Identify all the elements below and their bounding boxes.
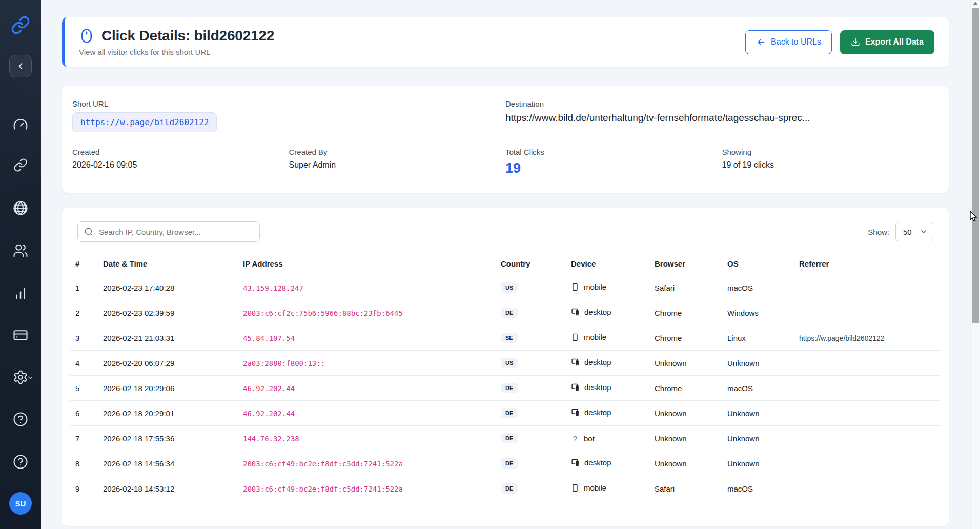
- show-select[interactable]: 50: [895, 222, 933, 241]
- credit-card-icon: [13, 328, 28, 343]
- cell-referrer: [794, 451, 941, 476]
- country-badge: DE: [501, 483, 518, 494]
- cell-os: Unknown: [722, 451, 794, 476]
- search-icon: [84, 227, 93, 236]
- page-header-card: Click Details: bild2602122 View all visi…: [62, 17, 949, 67]
- destination-value: https://www.bild.de/unterhaltung/tv-fern…: [505, 112, 938, 124]
- cell-referrer: [794, 401, 941, 426]
- row-number: 2: [70, 300, 98, 325]
- cell-ip: 43.159.128.247: [238, 275, 496, 300]
- cell-country: US: [496, 275, 566, 300]
- sidebar-collapse-button[interactable]: [9, 55, 32, 77]
- total-clicks-label: Total Clicks: [505, 148, 722, 156]
- cell-datetime: 2026-02-18 20:29:06: [98, 376, 238, 401]
- cell-country: DE: [496, 300, 566, 325]
- cell-datetime: 2026-02-20 06:07:29: [98, 351, 238, 376]
- sidebar-item-domains[interactable]: [13, 200, 28, 216]
- sidebar: SU: [0, 0, 41, 529]
- back-to-urls-button[interactable]: Back to URLs: [745, 30, 832, 54]
- chevron-left-icon: [15, 61, 26, 71]
- cell-os: Unknown: [722, 351, 794, 376]
- cell-country: DE: [496, 426, 566, 451]
- search-input[interactable]: [77, 221, 260, 242]
- user-avatar[interactable]: SU: [9, 492, 32, 515]
- page-title: Click Details: bild2602122: [101, 28, 274, 44]
- cell-os: Unknown: [722, 401, 794, 426]
- sidebar-item-analytics[interactable]: [13, 286, 28, 301]
- column-header: #: [70, 254, 98, 275]
- cell-ip: 2003:c6:cf49:bc2e:f8df:c5dd:7241:522a: [238, 476, 496, 501]
- destination-label: Destination: [505, 99, 938, 108]
- created-by-label: Created By: [289, 148, 506, 156]
- vertical-scrollbar[interactable]: [970, 0, 980, 529]
- table-row: 52026-02-18 20:29:0646.92.202.44DEdeskto…: [70, 376, 941, 401]
- cell-country: DE: [496, 401, 566, 426]
- desktop-icon: [571, 358, 580, 367]
- help-circle-icon: [13, 412, 28, 427]
- gauge-icon: [13, 117, 28, 132]
- cell-referrer: [794, 275, 941, 300]
- cell-ip: 2a03:2880:f800:13::: [238, 351, 496, 376]
- gear-icon: [13, 370, 28, 385]
- export-all-data-button[interactable]: Export All Data: [840, 30, 934, 54]
- cell-ip: 45.84.107.54: [238, 325, 496, 351]
- cell-os: Windows: [722, 300, 794, 325]
- cell-datetime: 2026-02-18 20:29:01: [98, 401, 238, 426]
- sidebar-item-billing[interactable]: [13, 328, 28, 343]
- download-icon: [851, 37, 860, 47]
- cell-country: DE: [496, 476, 566, 501]
- column-header: Device: [566, 254, 649, 275]
- cell-device: mobile: [566, 275, 649, 300]
- row-number: 8: [70, 451, 98, 476]
- cell-datetime: 2026-02-21 21:03:31: [98, 325, 238, 351]
- cell-browser: Unknown: [649, 401, 722, 426]
- cell-os: macOS: [722, 476, 794, 501]
- bot-question-icon: ?: [571, 434, 579, 443]
- scrollbar-up-arrow-icon[interactable]: [973, 2, 978, 5]
- column-header: IP Address: [238, 254, 496, 275]
- globe-icon: [13, 200, 28, 216]
- cell-browser: Safari: [649, 476, 722, 501]
- settings-chevron-down-icon[interactable]: [27, 374, 34, 383]
- cell-browser: Chrome: [649, 376, 722, 401]
- cell-os: Unknown: [722, 426, 794, 451]
- scrollbar-thumb[interactable]: [972, 8, 979, 323]
- cell-device: mobile: [566, 476, 649, 501]
- cell-browser: Unknown: [649, 451, 722, 476]
- cell-os: Linux: [722, 325, 794, 351]
- sidebar-item-links[interactable]: [13, 158, 28, 172]
- table-row: 92026-02-18 14:53:122003:c6:cf49:bc2e:f8…: [70, 476, 941, 501]
- help-circle-icon: [13, 454, 28, 470]
- sidebar-item-help[interactable]: [13, 412, 28, 427]
- app-logo-link-icon[interactable]: [11, 15, 30, 35]
- sidebar-item-dashboard[interactable]: [13, 117, 28, 132]
- cell-ip: 2003:c6:cf2c:75b6:5966:88bc:23fb:6445: [238, 300, 496, 325]
- table-row: 22026-02-23 02:39:592003:c6:cf2c:75b6:59…: [70, 300, 941, 325]
- sidebar-item-users[interactable]: [13, 243, 28, 258]
- arrow-left-icon: [756, 37, 766, 47]
- country-badge: DE: [501, 458, 518, 469]
- cell-os: macOS: [722, 376, 794, 401]
- cell-browser: Unknown: [649, 351, 722, 376]
- row-number: 7: [70, 426, 98, 451]
- cell-referrer: [794, 300, 941, 325]
- country-badge: DE: [501, 308, 518, 318]
- cell-device: desktop: [566, 401, 649, 426]
- cell-device: mobile: [566, 325, 649, 351]
- row-number: 5: [70, 376, 98, 401]
- sidebar-divider: [0, 84, 41, 84]
- desktop-icon: [571, 458, 580, 467]
- cell-browser: Safari: [649, 275, 722, 300]
- country-badge: DE: [501, 433, 518, 443]
- table-row: 72026-02-18 17:55:36144.76.32.238DE?botU…: [70, 426, 941, 451]
- desktop-icon: [571, 308, 580, 316]
- sidebar-item-support[interactable]: [13, 454, 28, 470]
- country-badge: US: [501, 282, 518, 293]
- table-row: 12026-02-23 17:40:2843.159.128.247USmobi…: [70, 275, 941, 300]
- smartphone-icon: [571, 333, 579, 341]
- table-row: 62026-02-18 20:29:0146.92.202.44DEdeskto…: [70, 401, 941, 426]
- sidebar-item-settings[interactable]: [13, 370, 28, 385]
- cell-device: desktop: [566, 351, 649, 376]
- short-url-value[interactable]: https://w.page/bild2602122: [72, 112, 217, 132]
- table-header-row: #Date & TimeIP AddressCountryDeviceBrows…: [70, 254, 941, 275]
